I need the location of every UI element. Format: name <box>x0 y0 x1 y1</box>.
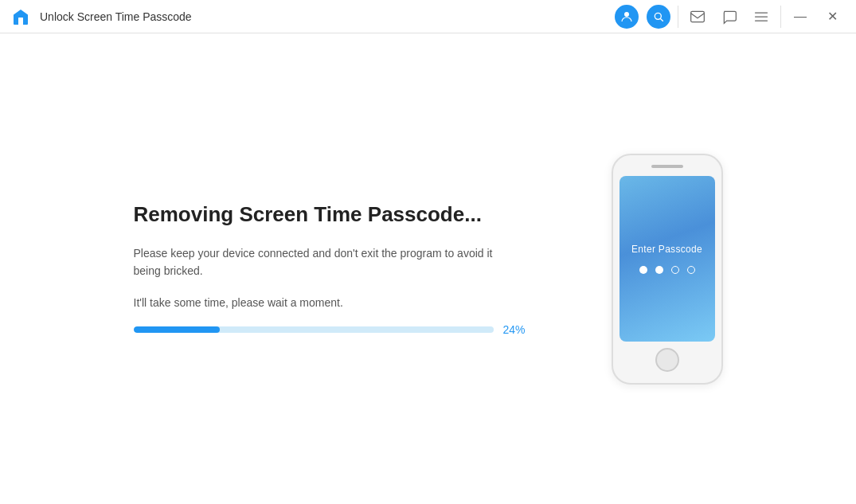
chat-button[interactable] <box>715 2 744 31</box>
chat-icon <box>721 9 737 25</box>
titlebar-left: Unlock Screen Time Passcode <box>10 6 612 28</box>
menu-icon <box>753 9 769 25</box>
description-line1: Please keep your device connected and do… <box>134 247 493 260</box>
svg-point-1 <box>624 12 629 17</box>
mail-button[interactable] <box>683 2 712 31</box>
phone-screen: Enter Passcode <box>620 176 715 342</box>
description: Please keep your device connected and do… <box>134 244 532 280</box>
phone-body: Enter Passcode <box>612 154 723 385</box>
divider <box>678 6 678 28</box>
mail-icon <box>690 9 706 25</box>
wait-text: It'll take some time, please wait a mome… <box>134 296 532 309</box>
svg-rect-3 <box>691 11 705 21</box>
window-title: Unlock Screen Time Passcode <box>40 10 192 23</box>
search-button[interactable] <box>644 2 673 31</box>
main-heading: Removing Screen Time Passcode... <box>134 201 532 229</box>
dot-4 <box>687 266 695 274</box>
minimize-button[interactable]: — <box>786 2 815 31</box>
passcode-dots <box>639 266 695 274</box>
home-icon[interactable] <box>10 6 32 28</box>
titlebar: Unlock Screen Time Passcode <box>0 0 856 33</box>
close-button[interactable]: ✕ <box>818 2 846 31</box>
dot-1 <box>639 266 647 274</box>
phone-home-button <box>655 348 679 372</box>
svg-point-2 <box>655 13 661 19</box>
avatar-icon <box>615 5 639 29</box>
description-line2: being bricked. <box>134 264 203 277</box>
progress-percent-label: 24% <box>503 323 532 336</box>
dot-3 <box>671 266 679 274</box>
titlebar-controls: — ✕ <box>612 2 846 31</box>
phone-illustration: Enter Passcode <box>612 154 723 385</box>
phone-speaker <box>651 165 683 168</box>
progress-track <box>134 326 494 333</box>
progress-fill <box>134 326 220 333</box>
avatar-button[interactable] <box>612 2 641 31</box>
dot-2 <box>655 266 663 274</box>
passcode-label: Enter Passcode <box>631 244 702 255</box>
svg-rect-0 <box>18 18 23 25</box>
left-panel: Removing Screen Time Passcode... Please … <box>134 201 532 336</box>
divider2 <box>780 6 781 28</box>
search-icon <box>647 5 670 29</box>
main-content: Removing Screen Time Passcode... Please … <box>0 33 856 504</box>
menu-button[interactable] <box>747 2 776 31</box>
progress-row: 24% <box>134 323 532 336</box>
